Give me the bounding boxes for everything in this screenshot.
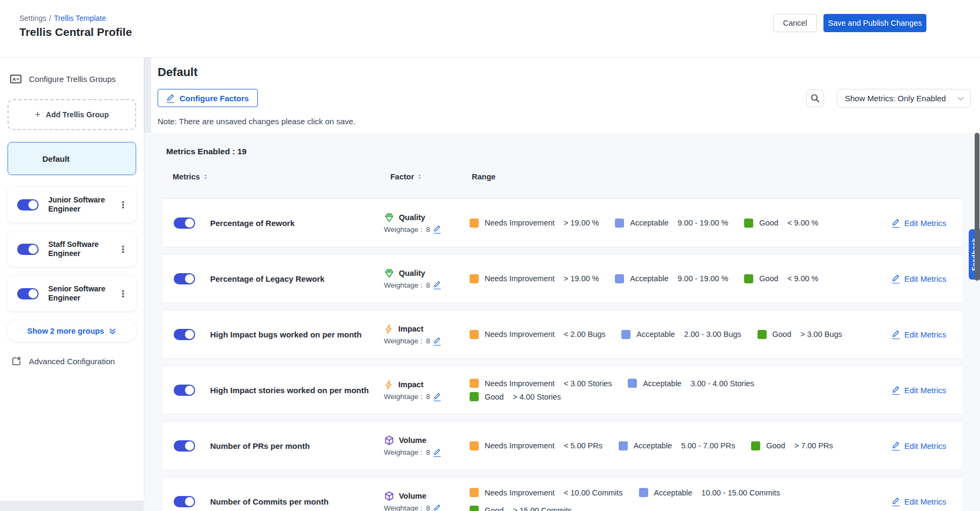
edit-weightage-pencil-icon[interactable]	[434, 225, 441, 234]
metric-enabled-toggle[interactable]	[174, 217, 195, 229]
range-color-swatch	[470, 379, 479, 388]
cancel-button[interactable]: Cancel	[773, 14, 817, 32]
metric-enabled-toggle[interactable]	[174, 385, 195, 396]
show-metrics-dropdown[interactable]: Show Metrics: Only Enabled	[837, 89, 971, 108]
range-value: 5.00 - 7.00 PRs	[681, 441, 735, 450]
advanced-configuration-icon	[11, 356, 22, 367]
weightage-prefix: Weightage :	[384, 393, 422, 401]
range-list: Needs Improvement< 10.00 CommitsAcceptab…	[470, 488, 848, 511]
sort-icon: ▲▼	[418, 174, 421, 181]
range-item: Needs Improvement< 2.00 Bugs	[470, 330, 605, 339]
kebab-menu-icon[interactable]: ⋮	[115, 242, 131, 257]
metric-enabled-toggle[interactable]	[174, 273, 195, 284]
range-value: 9.00 - 19.00 %	[678, 274, 728, 283]
search-button[interactable]	[806, 89, 824, 107]
column-header-metrics[interactable]: Metrics ▲▼	[173, 172, 207, 181]
edit-metrics-button[interactable]: Edit Metrics	[892, 274, 946, 283]
range-item: Needs Improvement< 3.00 Stories	[470, 379, 612, 388]
edit-weightage-pencil-icon[interactable]	[434, 281, 441, 289]
show-more-label: Show 2 more groups	[27, 327, 104, 335]
edit-metrics-button[interactable]: Edit Metrics	[892, 219, 946, 228]
edit-pencil-icon	[892, 497, 900, 506]
sidebar-group-card[interactable]: Junior Software Engineer ⋮	[8, 187, 136, 222]
edit-pencil-icon	[892, 386, 900, 395]
sidebar-group-card[interactable]: Staff Software Engineer ⋮	[8, 231, 136, 267]
range-value: > 4.00 Stories	[513, 393, 561, 401]
group-enabled-toggle[interactable]	[17, 288, 39, 299]
factor-block: Quality Weightage : 8	[384, 212, 470, 234]
kebab-menu-icon[interactable]: ⋮	[115, 286, 131, 302]
factor-name: Volume	[399, 492, 426, 500]
quality-gem-icon	[384, 268, 395, 279]
edit-weightage-pencil-icon[interactable]	[434, 448, 441, 457]
advanced-configuration-button[interactable]: Advanced Configuration	[11, 356, 136, 367]
edit-metrics-button[interactable]: Edit Metrics	[892, 330, 946, 339]
range-item: Acceptable9.00 - 19.00 %	[615, 219, 728, 228]
range-list: Needs Improvement< 2.00 BugsAcceptable2.…	[470, 330, 848, 339]
range-value: < 10.00 Commits	[564, 489, 623, 497]
group-enabled-toggle[interactable]	[17, 199, 39, 211]
weightage-value: 8	[426, 226, 430, 234]
sort-icon: ▲▼	[204, 174, 207, 181]
range-color-swatch	[619, 441, 628, 450]
group-enabled-toggle[interactable]	[17, 244, 39, 255]
save-and-publish-button[interactable]: Save and Publish Changes	[823, 14, 926, 32]
range-label: Acceptable	[636, 330, 675, 339]
top-bar: Settings/Trellis Template Trellis Centra…	[0, 0, 980, 58]
configure-factors-label: Configure Factors	[180, 94, 249, 103]
metrics-enabled-count: Metrics Enabled : 19	[166, 147, 980, 156]
range-item: Needs Improvement> 19.00 %	[470, 219, 599, 228]
range-label: Good	[759, 274, 778, 283]
range-list: Needs Improvement< 5.00 PRsAcceptable5.0…	[470, 441, 848, 450]
edit-metrics-button[interactable]: Edit Metrics	[892, 386, 946, 395]
column-header-factor[interactable]: Factor ▲▼	[390, 172, 421, 181]
edit-metrics-button[interactable]: Edit Metrics	[892, 497, 946, 506]
metric-enabled-toggle[interactable]	[174, 496, 195, 507]
quality-gem-icon	[384, 212, 395, 223]
configure-factors-button[interactable]: Configure Factors	[158, 89, 258, 107]
range-label: Needs Improvement	[485, 274, 555, 283]
metrics-column-label: Metrics	[173, 172, 200, 181]
weightage-prefix: Weightage :	[384, 226, 422, 234]
metric-name: High Impact stories worked on per month	[195, 386, 384, 395]
show-more-groups-button[interactable]: Show 2 more groups	[8, 320, 136, 342]
topbar-actions: Cancel Save and Publish Changes	[773, 14, 926, 32]
page-title: Trellis Central Profile	[19, 26, 132, 39]
range-value: > 3.00 Bugs	[800, 330, 842, 339]
metric-enabled-toggle[interactable]	[174, 329, 195, 340]
range-item: Good> 15.00 Commits	[470, 506, 572, 511]
range-color-swatch	[470, 219, 479, 228]
range-label: Acceptable	[634, 441, 672, 450]
sidebar-group-card[interactable]: Senior Software Engineer ⋮	[8, 276, 136, 311]
unsaved-changes-note: Note: There are unsaved changes please c…	[158, 117, 355, 126]
breadcrumb-trellis-template[interactable]: Trellis Template	[54, 14, 106, 22]
double-chevron-down-icon	[109, 328, 116, 335]
breadcrumb-separator: /	[49, 14, 51, 22]
range-label: Needs Improvement	[485, 441, 555, 450]
add-trellis-group-button[interactable]: + Add Trellis Group	[8, 99, 136, 130]
range-value: < 9.00 %	[788, 274, 819, 283]
configure-trellis-groups-label: Configure Trellis Groups	[29, 74, 116, 84]
range-color-swatch	[615, 274, 624, 283]
edit-weightage-pencil-icon[interactable]	[434, 393, 441, 401]
sidebar-item-default[interactable]: Default	[8, 142, 136, 175]
edit-weightage-pencil-icon[interactable]	[434, 337, 441, 345]
range-color-swatch	[744, 219, 753, 228]
range-color-swatch	[639, 488, 648, 497]
range-item: Good> 3.00 Bugs	[758, 330, 842, 339]
weightage-prefix: Weightage :	[384, 337, 422, 345]
range-item: Good> 4.00 Stories	[470, 392, 561, 401]
edit-metrics-button[interactable]: Edit Metrics	[892, 441, 946, 450]
range-item: Needs Improvement< 10.00 Commits	[470, 488, 623, 497]
range-item: Acceptable9.00 - 19.00 %	[615, 274, 728, 283]
weightage-value: 8	[426, 337, 430, 345]
breadcrumb-settings[interactable]: Settings	[19, 14, 47, 22]
edit-weightage-pencil-icon[interactable]	[434, 504, 441, 511]
vertical-scrollbar-thumb[interactable]	[975, 133, 979, 281]
edit-metrics-label: Edit Metrics	[904, 219, 946, 228]
range-label: Good	[766, 441, 785, 450]
range-item: Acceptable5.00 - 7.00 PRs	[619, 441, 736, 450]
table-column-headers: Metrics ▲▼ Factor ▲▼ Range	[163, 172, 962, 184]
kebab-menu-icon[interactable]: ⋮	[115, 197, 131, 213]
metric-enabled-toggle[interactable]	[174, 440, 195, 452]
